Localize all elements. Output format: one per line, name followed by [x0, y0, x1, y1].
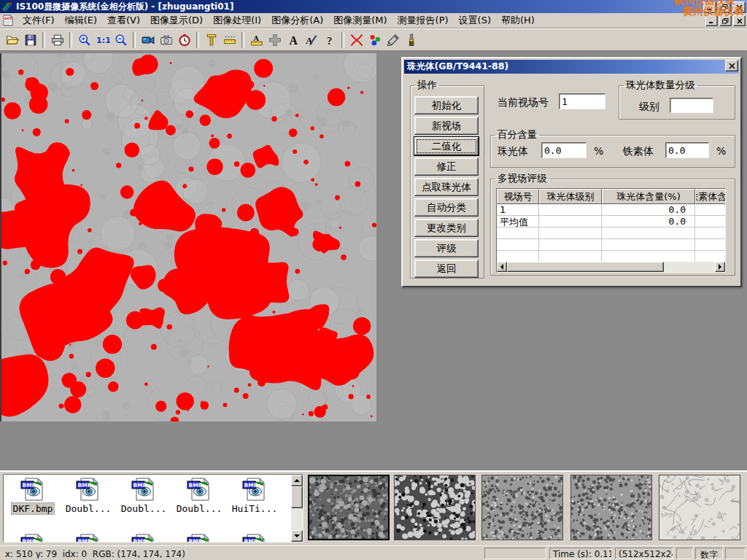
file-scrollbar[interactable]: [291, 475, 303, 542]
menu-item-image-analysis[interactable]: 图像分析(A): [266, 12, 328, 28]
op-button-initialize[interactable]: 初始化: [414, 96, 479, 114]
menu-item-image-measure[interactable]: 图像测量(M): [328, 12, 392, 28]
scroll-left-button[interactable]: [497, 262, 507, 272]
file-name[interactable]: DKF.bmp: [12, 503, 55, 514]
thumbnail[interactable]: [659, 475, 740, 540]
pen-tool-button[interactable]: [384, 31, 402, 49]
menu-item-report[interactable]: 测量报告(P): [392, 12, 454, 28]
svg-text:BMP: BMP: [189, 482, 203, 489]
table-header-cell[interactable]: 珠光体含量(%): [602, 189, 695, 204]
level-input[interactable]: [670, 98, 713, 113]
color-points-button[interactable]: [365, 31, 384, 49]
file-item[interactable]: BMP DKF.bmp: [5, 477, 61, 514]
menu-item-image-process[interactable]: 图像处理(I): [208, 12, 266, 28]
svg-text:A: A: [253, 34, 259, 42]
scroll-up-button[interactable]: [291, 475, 303, 486]
ferrite-percent-input[interactable]: [665, 142, 709, 158]
document-icon[interactable]: DOC: [2, 15, 14, 26]
scroll-down-button[interactable]: [291, 530, 303, 542]
operation-buttons: 初始化新视场二值化修正点取珠光体自动分类更改类别评级返回: [414, 96, 479, 278]
op-button-new-field[interactable]: 新视场: [414, 117, 479, 135]
op-button-rate[interactable]: 评级: [414, 239, 479, 257]
table-row[interactable]: 平均值0.0: [497, 216, 726, 228]
minimize-button[interactable]: [703, 1, 716, 13]
rating-table[interactable]: 视场号珠光体级别珠光体含量(%)铁素体含量(%) 10.0平均值0.0: [496, 188, 726, 273]
pen-icon: [387, 34, 400, 47]
table-row[interactable]: [497, 239, 726, 251]
table-row[interactable]: [497, 251, 726, 262]
file-item[interactable]: BMP: [116, 533, 171, 542]
thumbnail[interactable]: [570, 475, 652, 540]
pearlite-percent-input[interactable]: [541, 142, 587, 158]
zoom-actual-button[interactable]: 1:1: [93, 31, 112, 49]
file-name[interactable]: HuiTi...: [231, 503, 279, 514]
table-h-scrollbar[interactable]: [497, 262, 725, 272]
micro-image[interactable]: [1, 53, 376, 421]
op-button-pick-pearlite[interactable]: 点取珠光体: [414, 178, 479, 196]
dialog-titlebar[interactable]: 珠光体(GB/T9441-88): [404, 60, 739, 74]
file-name[interactable]: Doubl...: [64, 503, 113, 514]
table-header-cell[interactable]: 珠光体级别: [539, 189, 602, 204]
timer-button[interactable]: [175, 31, 193, 49]
open-button[interactable]: [3, 31, 21, 49]
op-button-correct[interactable]: 修正: [414, 158, 479, 176]
menu-item-help[interactable]: 帮助(H): [496, 12, 540, 28]
caliper-button[interactable]: [202, 31, 220, 49]
table-row[interactable]: 10.0: [497, 204, 726, 216]
restore-button[interactable]: [718, 1, 731, 13]
op-button-auto-classify[interactable]: 自动分类: [414, 198, 479, 217]
file-name[interactable]: Doubl...: [175, 503, 224, 514]
measure-label-button[interactable]: A: [247, 31, 266, 49]
file-item[interactable]: BMP: [61, 533, 116, 542]
file-item[interactable]: BMP: [5, 533, 61, 542]
mdi-restore-button[interactable]: [719, 15, 732, 26]
video-capture-button[interactable]: [139, 31, 157, 49]
file-item[interactable]: BMP Doubl...: [171, 477, 227, 514]
file-name[interactable]: Doubl...: [120, 503, 169, 514]
mdi-close-button[interactable]: [733, 15, 746, 26]
grid-cross-button[interactable]: [266, 31, 284, 49]
table-header-cell[interactable]: 铁素体含量(%): [695, 189, 726, 204]
op-button-return[interactable]: 返回: [414, 260, 479, 278]
menu-item-view[interactable]: 查看(V): [102, 12, 145, 28]
thumbnail[interactable]: [394, 475, 476, 540]
curve-tool-button[interactable]: [347, 31, 365, 49]
menu-item-settings[interactable]: 设置(S): [454, 12, 496, 28]
table-cell: [695, 251, 726, 262]
pearlite-dialog[interactable]: 珠光体(GB/T9441-88) 操作 初始化新视场二值化修正点取珠光体自动分类…: [401, 57, 742, 287]
scroll-thumb[interactable]: [291, 486, 303, 508]
save-button[interactable]: [21, 31, 39, 49]
op-button-binarize[interactable]: 二值化: [414, 137, 479, 155]
table-cell: [539, 216, 602, 228]
scroll-right-button[interactable]: [715, 262, 725, 272]
menu-item-image-display[interactable]: 图像显示(D): [145, 12, 208, 28]
zoom-in-button[interactable]: [75, 31, 93, 49]
zoom-out-button[interactable]: [112, 31, 130, 49]
current-field-input[interactable]: [559, 93, 605, 109]
menu-item-edit[interactable]: 编辑(E): [60, 12, 102, 28]
table-cell: [539, 251, 602, 262]
op-button-change-class[interactable]: 更改类别: [414, 219, 479, 237]
menu-item-file[interactable]: 文件(F): [18, 12, 60, 28]
file-item[interactable]: BMP Doubl...: [61, 477, 116, 514]
file-item[interactable]: BMP HuiTi...: [227, 477, 282, 514]
scroll-thumb[interactable]: [507, 262, 664, 272]
table-row[interactable]: [497, 228, 726, 239]
ruler-button[interactable]: [220, 31, 239, 49]
file-item[interactable]: BMP: [227, 533, 282, 542]
file-browser[interactable]: BMP DKF.bmp BMP Doubl... BMP Doubl... BM…: [3, 474, 303, 542]
photo-capture-button[interactable]: [157, 31, 175, 49]
mdi-minimize-button[interactable]: [705, 15, 718, 26]
dialog-close-button[interactable]: [725, 60, 738, 71]
close-button[interactable]: [732, 1, 746, 13]
help-button[interactable]: ?: [320, 31, 338, 49]
file-item[interactable]: BMP: [171, 533, 227, 542]
file-item[interactable]: BMP Doubl...: [116, 477, 171, 514]
thumbnail[interactable]: [308, 475, 390, 540]
text-button[interactable]: A: [284, 31, 302, 49]
thumbnail[interactable]: [481, 475, 563, 540]
table-header-cell[interactable]: 视场号: [497, 189, 539, 204]
brush-tool-button[interactable]: [402, 31, 420, 49]
text-edit-button[interactable]: A: [302, 31, 320, 49]
print-button[interactable]: [48, 31, 66, 49]
